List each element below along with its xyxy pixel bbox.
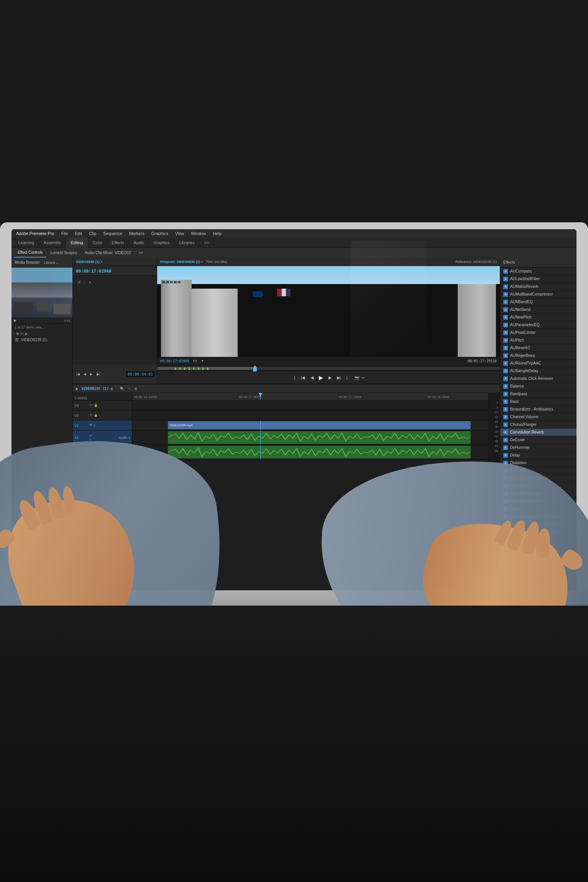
media-item-1[interactable]: 🎬 VIDEO0235 (1) (11, 337, 72, 343)
prog-btn-export[interactable]: ↪ (361, 376, 365, 380)
workspace-tab-audio[interactable]: Audio (129, 238, 149, 248)
media-ctrl-play[interactable]: ▶ (14, 319, 16, 322)
a1-solo[interactable]: S (89, 438, 92, 441)
v1-sync[interactable]: S (94, 424, 96, 427)
menu-app-name[interactable]: Adobe Premiere Pro (16, 231, 54, 236)
effect-item-flanger[interactable]: A Flanger (500, 505, 577, 513)
effect-item-distortion[interactable]: A Distortion (500, 459, 577, 467)
panel-tab-effect-controls[interactable]: Effect Controls (14, 248, 46, 258)
workspace-tab-libraries[interactable]: Libraries (174, 238, 199, 248)
effect-item-aumatrixreverb[interactable]: A AUMatrixReverb (500, 283, 577, 291)
effect-item-lowpass[interactable]: A Lowpass (500, 574, 577, 582)
effect-item-ausampledelay[interactable]: A AUSampleDelay (500, 367, 577, 375)
effect-item-auroundtripaac[interactable]: A AURoundTripAAC (500, 360, 577, 367)
effect-item-guitarsuite[interactable]: A GuitarSuite (500, 536, 577, 544)
prog-btn-back-frame[interactable]: ◀ (309, 374, 315, 381)
tl-tool-settings[interactable]: ⚙ (133, 386, 138, 391)
ec-btn-reset[interactable]: ↺ (77, 280, 80, 284)
menu-help[interactable]: Help (213, 231, 222, 236)
media-tool-2[interactable]: ⊕ (16, 332, 19, 336)
effect-item-aupitch[interactable]: A AUPitch (500, 337, 577, 344)
effect-item-dynamics-proc[interactable]: A Dynamics Processing (500, 475, 577, 482)
effect-item-aunbandeq[interactable]: A AUNBandEQ (500, 298, 577, 306)
menu-window[interactable]: Window (191, 231, 206, 236)
ctrl-fwd[interactable]: ▶| (95, 371, 101, 377)
prog-btn-step-fwd[interactable]: ▶| (335, 374, 343, 381)
ec-btn-menu[interactable]: ≡ (89, 280, 91, 284)
v2-lock[interactable]: 🔒 (94, 414, 98, 417)
workspace-tab-editing[interactable]: Editing (66, 238, 88, 248)
effect-item-fftfilter[interactable]: A FFT Filter (500, 482, 577, 490)
effect-item-aureverb2[interactable]: A AUReverb2 (500, 344, 577, 352)
menu-edit[interactable]: Edit (75, 231, 82, 236)
effect-item-delay[interactable]: A Delay (500, 452, 577, 459)
effect-item-fillleft[interactable]: A Fill Left with Right (500, 490, 577, 498)
effect-item-bandpass[interactable]: A Bandpass (500, 390, 577, 398)
effect-item-aurogerbeep[interactable]: A AURogerBeep (500, 352, 577, 360)
panel-tab-lumetri[interactable]: Lumetri Scopes (46, 248, 80, 258)
effect-item-convolution[interactable]: A Convolution Reverb (500, 429, 577, 436)
effect-item-deesser[interactable]: A DeEsser (500, 436, 577, 444)
effect-item-fillright[interactable]: A Fill Right with Left (500, 498, 577, 505)
effect-item-dynamics[interactable]: A Dynamics (500, 467, 577, 475)
effect-item-bass[interactable]: A Bass (500, 398, 577, 406)
effect-item-balance[interactable]: A Balance (500, 383, 577, 390)
tl-tool-search[interactable]: 🔍 (119, 386, 125, 391)
effect-item-aunetsend[interactable]: A AUNetSend (500, 306, 577, 314)
audio-clip-a1[interactable] (168, 431, 471, 444)
panel-tab-audio-clip-mixer[interactable]: Audio Clip Mixer: VIDEO02 (81, 248, 135, 258)
prog-btn-mark-in[interactable]: { (292, 374, 297, 381)
panel-tab-more[interactable]: >> (135, 248, 147, 258)
audio-clip-a2[interactable] (168, 446, 471, 458)
effect-item-grapheq10[interactable]: A Graphic Equalizer (10 Bands) (500, 513, 577, 521)
effect-item-aumultiband[interactable]: A AUMultibandCompressor (500, 291, 577, 298)
effect-item-aupeaklimiter[interactable]: A AUPeakLimiter (500, 329, 577, 337)
workspace-tab-assembly[interactable]: Assembly (39, 238, 66, 248)
effect-item-loudnessradar[interactable]: A Loudness Radar (500, 567, 577, 574)
video-clip-v1[interactable]: VIDEO0258.mp4 (168, 421, 471, 429)
workspace-tab-effects[interactable]: Effects (107, 238, 129, 248)
effect-item-autoclick[interactable]: A Automatic Click Remover (500, 375, 577, 383)
effect-item-aunewpitch[interactable]: A AUNewPitch (500, 314, 577, 321)
workspace-tab-graphics[interactable]: Graphics (149, 238, 174, 248)
prog-btn-play[interactable]: ▶ (317, 374, 325, 381)
menu-file[interactable]: File (61, 231, 68, 236)
v3-lock[interactable]: 🔒 (94, 404, 98, 407)
menu-clip[interactable]: Clip (89, 231, 96, 236)
tl-tool-add-track[interactable]: + (127, 386, 131, 391)
effect-item-grapheq20[interactable]: A Graphic Equalizer (20 Bands) (500, 521, 577, 528)
menu-sequence[interactable]: Sequence (103, 231, 122, 236)
effect-item-chorus[interactable]: A Chorus/Flanger (500, 421, 577, 429)
prog-btn-camera[interactable]: 📷 (355, 376, 359, 380)
v1-eye[interactable]: 👁 (89, 424, 92, 427)
effect-item-dehummer[interactable]: A DeHummer (500, 444, 577, 452)
effect-item-aucompass[interactable]: A AUCompass (500, 268, 577, 275)
ec-btn-expand[interactable]: ⋮ (83, 280, 87, 284)
workspace-tab-color[interactable]: Color (88, 238, 107, 248)
media-tool-4[interactable]: ◈ (25, 332, 28, 336)
ctrl-play[interactable]: ▶ (89, 371, 94, 377)
ctrl-rewind[interactable]: |◀ (75, 371, 81, 377)
workspace-tab-more[interactable]: >> (200, 238, 214, 248)
a1-mute[interactable]: M (89, 434, 92, 437)
effect-item-grapheq30[interactable]: A Graphic Equalizer (30 Bands) (500, 528, 577, 536)
menu-markers[interactable]: Markers (129, 231, 145, 236)
a2-mute[interactable]: M (89, 448, 92, 452)
prog-btn-step-back[interactable]: |◀ (299, 374, 307, 381)
effect-item-channelvol[interactable]: A Channel Volume (500, 413, 577, 421)
v2-eye[interactable]: 👁 (89, 414, 92, 417)
effect-item-binaural[interactable]: A Binauralizer - Ambisonics (500, 406, 577, 413)
prog-zoom-arrow[interactable]: ▼ (201, 359, 204, 363)
effect-item-auparametriceq[interactable]: A AUParametricEQ (500, 321, 577, 329)
media-tool-1[interactable]: ↑ (13, 332, 15, 336)
effect-item-aulowshelf[interactable]: A AULowShelfFilter (500, 275, 577, 283)
effect-item-highpass[interactable]: A Highpass (500, 551, 577, 559)
program-scrub-bar[interactable] (157, 365, 500, 371)
ctrl-back[interactable]: ◀ (82, 371, 87, 377)
prog-btn-mark-out[interactable]: } (345, 374, 349, 381)
v3-eye[interactable]: 👁 (89, 404, 92, 407)
effect-item-hardlimiter[interactable]: A Hard Limiter (500, 544, 577, 551)
workspace-tab-learning[interactable]: Learning (14, 238, 39, 248)
menu-graphics[interactable]: Graphics (151, 231, 168, 236)
a2-solo[interactable]: S (89, 452, 92, 456)
